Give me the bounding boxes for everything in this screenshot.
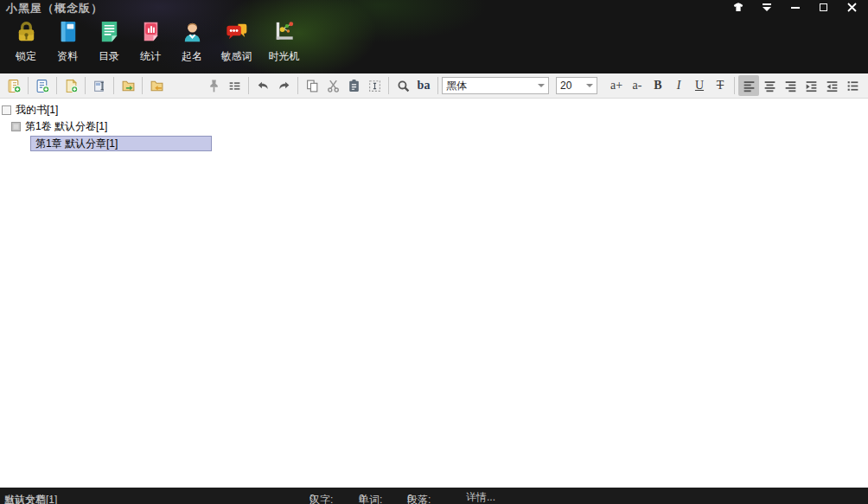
- decrease-font-button[interactable]: a-: [627, 75, 648, 96]
- font-size-select[interactable]: 20: [556, 77, 597, 94]
- tree-item-chapter[interactable]: 第1章 默认分章[1]: [0, 135, 868, 151]
- separator: [142, 77, 143, 94]
- sensitive-words-button[interactable]: 敏感词: [213, 16, 260, 69]
- edit-toolbar: ba 黑体 20 a+ a- B I U T: [0, 73, 868, 99]
- tree-item-label[interactable]: 我的书[1]: [16, 103, 58, 118]
- separator: [85, 77, 86, 94]
- cut-button[interactable]: [322, 75, 343, 96]
- search-button[interactable]: [393, 75, 413, 96]
- select-all-icon: [367, 79, 382, 93]
- tree-item-label[interactable]: 第1卷 默认分卷[1]: [25, 119, 107, 134]
- undo-button[interactable]: [252, 75, 273, 96]
- naming-button[interactable]: 起名: [171, 16, 213, 69]
- catalog-label: 目录: [99, 49, 119, 64]
- columns-icon: [227, 79, 242, 93]
- words-value: 0: [359, 493, 365, 504]
- align-center-button[interactable]: [759, 75, 780, 96]
- import-document-button[interactable]: [89, 75, 110, 96]
- align-left-icon: [742, 79, 756, 93]
- font-family-value: 黑体: [446, 79, 538, 93]
- new-chapter-button[interactable]: [61, 75, 81, 96]
- avatar-icon: [179, 18, 206, 45]
- details-link[interactable]: 详情...: [466, 490, 495, 504]
- main-toolbar: 锁定 资料 目录: [5, 16, 308, 69]
- app-window: 小黑屋（概念版）: [0, 0, 868, 504]
- new-book-button[interactable]: [3, 75, 24, 96]
- underline-button[interactable]: U: [689, 75, 710, 96]
- tshirt-icon: [732, 3, 744, 12]
- select-all-button[interactable]: [364, 75, 385, 96]
- font-size-value: 20: [560, 80, 586, 92]
- separator: [297, 77, 298, 94]
- tree-item-selected[interactable]: 第1章 默认分章[1]: [30, 136, 212, 151]
- separator: [56, 77, 57, 94]
- tree-item-volume[interactable]: 第1卷 默认分卷[1]: [0, 118, 868, 135]
- new-volume-icon: [35, 79, 50, 93]
- list-icon: [846, 79, 860, 93]
- import-button[interactable]: [146, 75, 167, 96]
- folder-import-icon: [150, 79, 164, 93]
- font-family-select[interactable]: 黑体: [442, 77, 549, 94]
- catalog-button[interactable]: 目录: [88, 16, 130, 69]
- paste-icon: [347, 79, 361, 93]
- underline-icon: U: [695, 79, 704, 93]
- redo-button[interactable]: [273, 75, 294, 96]
- chevron-down-icon: [538, 84, 545, 87]
- decrease-indent-button[interactable]: [821, 75, 842, 96]
- strikethrough-icon: T: [717, 79, 724, 93]
- hanzi-value: 0: [310, 493, 316, 504]
- pin-button[interactable]: [203, 75, 224, 96]
- paste-button[interactable]: [343, 75, 364, 96]
- lock-button[interactable]: 锁定: [5, 16, 47, 69]
- increase-font-button[interactable]: a+: [606, 75, 627, 96]
- window-controls: [724, 0, 866, 15]
- align-right-button[interactable]: [780, 75, 801, 96]
- copy-button[interactable]: [302, 75, 322, 96]
- separator: [28, 77, 29, 94]
- increase-font-icon: a+: [610, 79, 622, 93]
- lock-icon: [13, 18, 40, 45]
- replace-button[interactable]: ba: [413, 75, 434, 96]
- separator: [113, 77, 114, 94]
- statistics-button[interactable]: 统计: [130, 16, 171, 69]
- search-icon: [396, 79, 411, 93]
- bold-button[interactable]: B: [648, 75, 668, 96]
- chevron-down-icon: [586, 84, 593, 87]
- undo-icon: [256, 79, 271, 93]
- italic-icon: I: [677, 79, 681, 93]
- increase-indent-icon: [804, 79, 819, 93]
- align-left-button[interactable]: [738, 75, 759, 96]
- export-button[interactable]: [118, 75, 138, 96]
- separator: [388, 77, 389, 94]
- materials-button[interactable]: 资料: [47, 16, 88, 69]
- time-machine-label: 时光机: [269, 49, 300, 64]
- document-tree-panel: 我的书[1] 第1卷 默认分卷[1] 第1章 默认分章[1]: [0, 99, 868, 488]
- pin-icon: [207, 79, 221, 93]
- maximize-button[interactable]: [809, 0, 838, 15]
- time-machine-chart-icon: [271, 18, 297, 45]
- close-button[interactable]: [838, 0, 866, 15]
- collapse-button[interactable]: [752, 0, 781, 15]
- separator: [248, 77, 249, 94]
- increase-indent-button[interactable]: [801, 75, 821, 96]
- book-icon: [54, 18, 81, 45]
- strikethrough-button[interactable]: T: [710, 75, 731, 96]
- replace-icon: ba: [418, 79, 431, 93]
- tree-expand-box-icon[interactable]: [2, 105, 11, 115]
- minimize-button[interactable]: [781, 0, 809, 15]
- time-machine-button[interactable]: 时光机: [260, 16, 308, 69]
- new-book-icon: [7, 79, 22, 93]
- new-volume-button[interactable]: [32, 75, 53, 96]
- decrease-indent-icon: [825, 79, 839, 93]
- view-columns-button[interactable]: [224, 75, 245, 96]
- separator: [734, 77, 735, 94]
- sensitive-words-label: 敏感词: [221, 49, 252, 64]
- tree-expand-box-icon[interactable]: [11, 122, 21, 131]
- maximize-icon: [820, 3, 827, 11]
- naming-label: 起名: [182, 49, 202, 64]
- catalog-icon: [96, 18, 123, 45]
- tree-item-book[interactable]: 我的书[1]: [0, 102, 868, 118]
- skin-button[interactable]: [724, 0, 752, 15]
- list-button[interactable]: [842, 75, 863, 96]
- italic-button[interactable]: I: [668, 75, 689, 96]
